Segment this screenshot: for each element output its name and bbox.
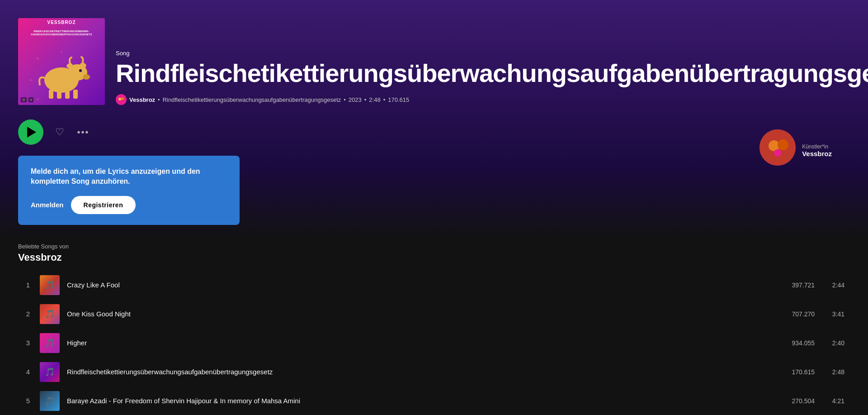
artist-avatar-large[interactable] [760,129,796,166]
controls-row: ♡ ••• [18,116,714,145]
svg-point-16 [121,97,124,100]
hero-section: VESSBROZ RINDFLEISCHETIKETTIIERUNGSÜBERW… [0,0,868,239]
svg-point-14 [116,94,127,105]
song-label: Song [116,50,868,57]
song-number: 2 [24,310,33,318]
song-duration: 2:48 [822,368,844,376]
meta-dot-3: • [364,96,367,103]
list-item[interactable]: 4 🎵 Rindfleischetikettierungsüberwachung… [18,358,850,386]
artist-name-heading: Vessbroz [18,252,850,263]
song-thumb: 🎵 [40,391,60,411]
hero-info: Song Rindfleischetikettierungsüberwachun… [116,50,868,105]
song-name: Baraye Azadi - For Freedom of Shervin Ha… [67,397,762,405]
song-number: 4 [24,368,33,376]
song-thumb: 🎵 [40,362,60,382]
song-duration: 4:21 [822,397,844,405]
album-cow-icon [30,51,93,100]
svg-line-11 [37,57,39,60]
song-duration: 2:44 [822,281,844,289]
like-button[interactable]: ♡ [52,125,67,139]
svg-point-8 [83,74,90,80]
song-number: 1 [24,281,33,289]
album-subtitle: RINDFLEISCHETIKETTIIERUNGSÜBERWA-CHUNGSA… [18,29,105,37]
play-icon [27,127,36,138]
svg-point-19 [778,139,788,150]
meta-plays: 170.615 [388,96,409,103]
signup-text: Melde dich an, um die Lyrics anzuzeigen … [31,167,227,187]
svg-rect-5 [57,91,61,99]
left-content: Beliebte Songs von Vessbroz 1 🎵 Crazy Li… [18,239,850,415]
album-art: VESSBROZ RINDFLEISCHETIKETTIIERUNGSÜBERW… [18,18,105,105]
meta-album: Rindfleischetikettierungsüberwachungsauf… [163,96,341,103]
signup-box: Melde dich an, um die Lyrics anzuzeigen … [18,156,240,225]
song-thumb: 🎵 [40,304,60,324]
meta-artist[interactable]: Vessbroz [129,96,155,103]
list-item[interactable]: 2 🎵 One Kiss Good Night 707.270 3:41 [18,300,850,329]
song-meta: Vessbroz • Rindfleischetikettierungsüber… [116,94,868,105]
song-duration: 3:41 [822,310,844,318]
album-badges: ⊙ V [21,97,33,102]
meta-dot-1: • [158,96,160,103]
play-button[interactable] [18,119,43,145]
song-number: 3 [24,339,33,347]
meta-dot-4: • [383,96,386,103]
song-plays: 270.504 [769,397,815,405]
svg-point-9 [79,69,82,72]
artist-avatar-small [116,94,127,105]
song-thumb: 🎵 [40,333,60,353]
svg-point-15 [118,98,121,100]
list-item[interactable]: 5 🎵 Baraye Azadi - For Freedom of Shervi… [18,386,850,415]
album-artist-name: VESSBROZ [18,20,105,25]
signup-buttons: Anmelden Registrieren [31,196,227,214]
song-title: Rindfleischetikettierungsüberwachungsauf… [116,60,868,87]
svg-rect-4 [49,90,53,99]
song-plays: 934.055 [769,339,815,347]
artist-card: Künstler*in Vessbroz [760,129,832,171]
svg-point-20 [774,149,781,157]
svg-line-13 [37,98,39,100]
ellipsis-icon: ••• [77,127,89,138]
main-content: Beliebte Songs von Vessbroz 1 🎵 Crazy Li… [0,239,868,415]
svg-rect-7 [73,90,78,99]
song-name: Higher [67,339,762,347]
artist-text-block: Künstler*in Vessbroz [802,143,832,157]
more-options-button[interactable]: ••• [76,125,90,139]
artist-sidebar-name[interactable]: Vessbroz [802,150,832,157]
meta-dot-2: • [344,96,346,103]
login-button[interactable]: Anmelden [31,199,64,210]
song-duration: 2:40 [822,339,844,347]
badge-label: ⊙ [21,97,27,102]
song-name: One Kiss Good Night [67,310,762,318]
badge-v: V [28,97,33,102]
svg-rect-6 [65,91,70,99]
song-thumb: 🎵 [40,275,60,295]
meta-duration: 2:48 [369,96,380,103]
register-button[interactable]: Registrieren [71,196,136,214]
song-name: Rindfleischetikettierungsüberwachungsauf… [67,368,762,376]
song-name: Crazy Like A Fool [67,281,762,289]
meta-year: 2023 [349,96,362,103]
hero-top: VESSBROZ RINDFLEISCHETIKETTIIERUNGSÜBERW… [18,18,850,105]
list-item[interactable]: 1 🎵 Crazy Like A Fool 397.721 2:44 [18,271,850,300]
song-list: 1 🎵 Crazy Like A Fool 397.721 2:44 2 🎵 O… [18,271,850,415]
song-number: 5 [24,397,33,405]
song-plays: 170.615 [769,368,815,376]
list-item[interactable]: 3 🎵 Higher 934.055 2:40 [18,329,850,358]
song-plays: 397.721 [769,281,815,289]
song-plays: 707.270 [769,310,815,318]
artist-role-label: Künstler*in [802,143,832,150]
popular-label: Beliebte Songs von [18,243,850,250]
heart-icon: ♡ [55,126,64,138]
